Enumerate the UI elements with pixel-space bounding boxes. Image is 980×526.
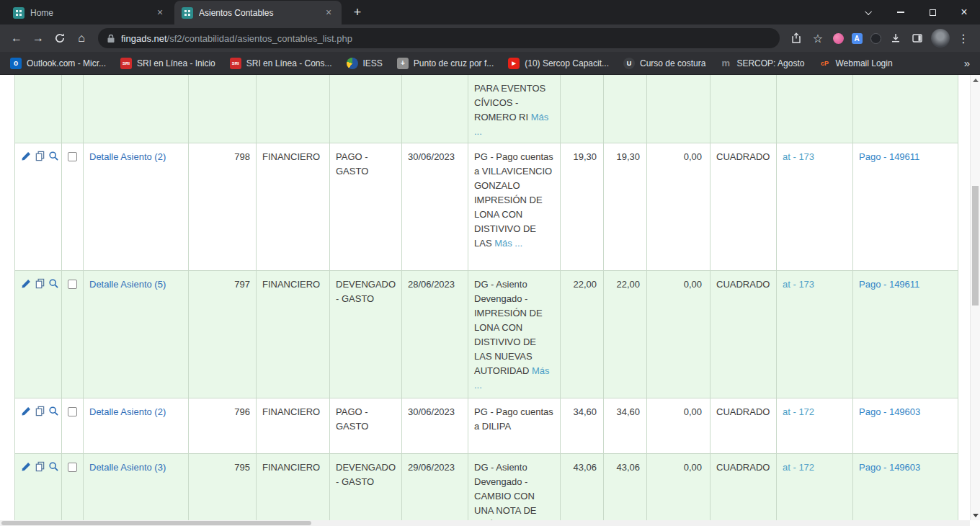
row-actions-cell bbox=[14, 143, 62, 270]
modulo-cell bbox=[257, 75, 330, 143]
extension-icon-2[interactable] bbox=[866, 29, 885, 48]
tipo-asiento-cell: DEVENGADO - GASTO bbox=[330, 454, 402, 526]
close-button[interactable]: × bbox=[948, 0, 980, 24]
scroll-down-icon[interactable] bbox=[971, 511, 980, 520]
at-link[interactable]: at - 172 bbox=[783, 462, 814, 473]
bookmark-punto-de-cruz[interactable]: + Punto de cruz por f... bbox=[397, 58, 494, 69]
detalle-asiento-link[interactable]: Detalle Asiento (5) bbox=[89, 279, 166, 290]
outlook-favicon: o bbox=[10, 58, 22, 69]
detalle-cell: Detalle Asiento (5) bbox=[84, 271, 189, 398]
extension-icon-1[interactable] bbox=[829, 29, 847, 48]
minimize-button[interactable] bbox=[885, 0, 917, 24]
bookmark-sri-consultas[interactable]: SRI SRI en Línea - Cons... bbox=[230, 58, 332, 69]
tab-strip: Home × Asientos Contables × + × bbox=[0, 0, 980, 24]
address-bar[interactable]: fingads.net/sf2/contabilidad/asientos_co… bbox=[98, 28, 780, 48]
estado-cell: CUADRADO bbox=[710, 398, 777, 453]
edit-icon[interactable] bbox=[21, 406, 32, 416]
costura-favicon: U bbox=[623, 58, 635, 69]
cross-stitch-favicon: + bbox=[397, 58, 409, 69]
row-checkbox-cell bbox=[62, 271, 84, 398]
maximize-button[interactable] bbox=[917, 0, 948, 24]
edit-icon[interactable] bbox=[21, 278, 32, 289]
maximize-icon bbox=[930, 9, 936, 16]
pago-link[interactable]: Pago - 149603 bbox=[859, 462, 920, 473]
vertical-scrollbar-thumb[interactable] bbox=[972, 186, 979, 306]
view-icon[interactable] bbox=[48, 461, 59, 472]
download-icon[interactable] bbox=[885, 27, 906, 49]
profile-avatar[interactable] bbox=[931, 29, 950, 48]
iess-favicon bbox=[347, 58, 358, 69]
reload-button[interactable] bbox=[49, 27, 71, 49]
bookmark-sercop-agosto[interactable]: m SERCOP: Agosto bbox=[720, 58, 804, 69]
edit-icon[interactable] bbox=[21, 461, 32, 472]
bookmark-star-icon[interactable]: ☆ bbox=[807, 27, 829, 49]
new-tab-button[interactable]: + bbox=[347, 2, 368, 22]
haber-cell: 22,00 bbox=[604, 271, 647, 398]
at-link[interactable]: at - 172 bbox=[783, 406, 814, 417]
page-content: PARA EVENTOS CÍVICOS - ROMERO RI Más ... bbox=[0, 75, 980, 526]
pago-link[interactable]: Pago - 149611 bbox=[859, 279, 919, 290]
copy-icon[interactable] bbox=[35, 278, 45, 289]
tab-asientos-contables[interactable]: Asientos Contables × bbox=[174, 1, 342, 24]
fecha-cell: 30/06/2023 bbox=[402, 398, 468, 453]
side-panel-icon[interactable] bbox=[906, 27, 928, 49]
bookmark-sercop-capacitacion[interactable]: ▶ (10) Sercop Capacit... bbox=[508, 58, 609, 69]
row-checkbox[interactable] bbox=[68, 407, 77, 416]
app-favicon bbox=[13, 7, 24, 19]
numero-asiento-cell: 797 bbox=[189, 271, 257, 398]
tab-close-icon[interactable]: × bbox=[154, 7, 166, 19]
detalle-cell: Detalle Asiento (2) bbox=[84, 143, 189, 270]
copy-icon[interactable] bbox=[35, 406, 45, 416]
row-checkbox[interactable] bbox=[68, 280, 77, 289]
row-actions-cell bbox=[14, 398, 62, 453]
mas-link[interactable]: Más ... bbox=[494, 238, 522, 249]
detalle-asiento-link[interactable]: Detalle Asiento (2) bbox=[89, 406, 166, 417]
url-text: fingads.net/sf2/contabilidad/asientos_co… bbox=[121, 33, 352, 44]
horizontal-scrollbar[interactable] bbox=[0, 520, 970, 526]
extension-icon-translate[interactable]: A bbox=[847, 29, 866, 48]
share-icon[interactable] bbox=[785, 27, 807, 49]
bookmark-outlook[interactable]: o Outlook.com - Micr... bbox=[10, 58, 106, 69]
pago-cell bbox=[853, 75, 958, 143]
debe-cell bbox=[561, 75, 604, 143]
detalle-asiento-link[interactable]: Detalle Asiento (3) bbox=[89, 462, 166, 473]
pago-cell: Pago - 149603 bbox=[853, 398, 958, 453]
bookmark-sri-inicio[interactable]: SRI SRI en Línea - Inicio bbox=[120, 58, 215, 69]
bookmark-webmail[interactable]: cP Webmail Login bbox=[819, 58, 892, 69]
menu-icon[interactable]: ⋮ bbox=[953, 27, 974, 49]
haber-cell: 34,60 bbox=[604, 398, 647, 453]
bookmark-iess[interactable]: IESS bbox=[347, 58, 383, 69]
descripcion-text: DG - Asiento Devengado - CAMBIO CON UNA … bbox=[474, 462, 553, 526]
view-icon[interactable] bbox=[48, 406, 59, 416]
at-link[interactable]: at - 173 bbox=[783, 279, 814, 290]
pago-link[interactable]: Pago - 149611 bbox=[859, 151, 919, 162]
modulo-cell: FINANCIERO bbox=[257, 271, 330, 398]
edit-icon[interactable] bbox=[21, 151, 32, 161]
horizontal-scrollbar-thumb[interactable] bbox=[1, 521, 311, 525]
back-button[interactable]: ← bbox=[6, 27, 27, 49]
forward-button[interactable]: → bbox=[27, 27, 49, 49]
vertical-scrollbar[interactable] bbox=[970, 75, 980, 520]
row-checkbox[interactable] bbox=[68, 463, 77, 472]
at-link[interactable]: at - 173 bbox=[783, 151, 814, 162]
bookmark-label: SRI en Línea - Inicio bbox=[137, 58, 215, 68]
copy-icon[interactable] bbox=[35, 151, 45, 161]
tab-home[interactable]: Home × bbox=[6, 1, 173, 24]
fecha-cell: 29/06/2023 bbox=[402, 454, 468, 526]
scroll-up-icon[interactable] bbox=[971, 76, 980, 84]
tab-close-icon[interactable]: × bbox=[323, 7, 334, 19]
bookmark-curso-costura[interactable]: U Curso de costura bbox=[623, 58, 705, 69]
pago-link[interactable]: Pago - 149603 bbox=[859, 406, 920, 417]
pago-cell: Pago - 149611 bbox=[853, 271, 958, 398]
copy-icon[interactable] bbox=[35, 461, 45, 472]
detalle-asiento-link[interactable]: Detalle Asiento (2) bbox=[89, 151, 166, 162]
row-checkbox[interactable] bbox=[68, 152, 77, 161]
pago-cell: Pago - 149611 bbox=[853, 143, 958, 270]
tab-search-button[interactable] bbox=[853, 0, 885, 24]
bookmarks-overflow-icon[interactable]: » bbox=[964, 57, 970, 69]
view-icon[interactable] bbox=[48, 151, 59, 161]
home-button[interactable]: ⌂ bbox=[71, 27, 92, 49]
view-icon[interactable] bbox=[48, 278, 59, 289]
bookmark-label: Outlook.com - Micr... bbox=[27, 58, 106, 68]
table-row: Detalle Asiento (2) 798 FINANCIERO PAGO … bbox=[14, 143, 958, 271]
